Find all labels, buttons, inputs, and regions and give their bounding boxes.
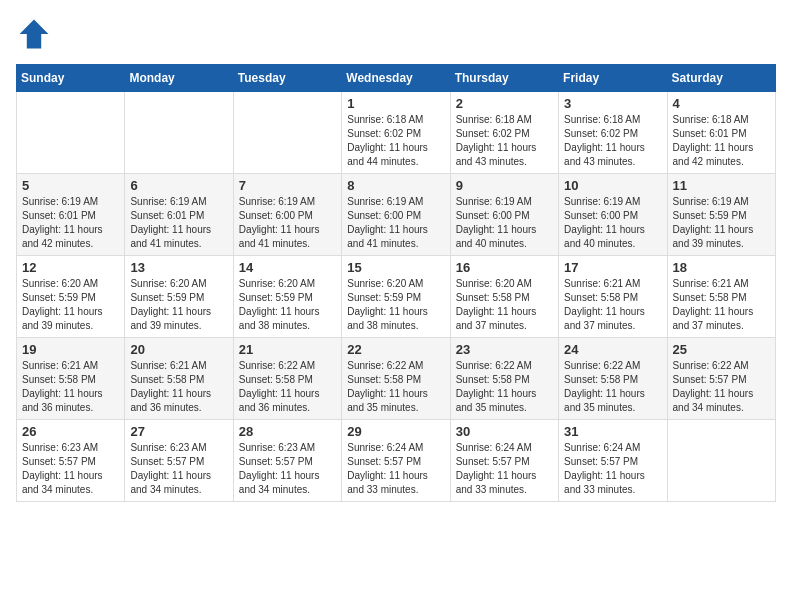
calendar-cell: 19Sunrise: 6:21 AM Sunset: 5:58 PM Dayli…: [17, 338, 125, 420]
calendar-week-2: 5Sunrise: 6:19 AM Sunset: 6:01 PM Daylig…: [17, 174, 776, 256]
calendar-cell: 5Sunrise: 6:19 AM Sunset: 6:01 PM Daylig…: [17, 174, 125, 256]
calendar-cell: 3Sunrise: 6:18 AM Sunset: 6:02 PM Daylig…: [559, 92, 667, 174]
logo: [16, 16, 56, 52]
day-info: Sunrise: 6:20 AM Sunset: 5:59 PM Dayligh…: [130, 277, 227, 333]
calendar-cell: 23Sunrise: 6:22 AM Sunset: 5:58 PM Dayli…: [450, 338, 558, 420]
day-number: 3: [564, 96, 661, 111]
calendar-cell: 15Sunrise: 6:20 AM Sunset: 5:59 PM Dayli…: [342, 256, 450, 338]
day-info: Sunrise: 6:22 AM Sunset: 5:57 PM Dayligh…: [673, 359, 770, 415]
day-number: 28: [239, 424, 336, 439]
weekday-header-tuesday: Tuesday: [233, 65, 341, 92]
day-number: 10: [564, 178, 661, 193]
day-info: Sunrise: 6:18 AM Sunset: 6:02 PM Dayligh…: [564, 113, 661, 169]
day-number: 26: [22, 424, 119, 439]
day-info: Sunrise: 6:22 AM Sunset: 5:58 PM Dayligh…: [564, 359, 661, 415]
calendar-cell: 11Sunrise: 6:19 AM Sunset: 5:59 PM Dayli…: [667, 174, 775, 256]
day-number: 7: [239, 178, 336, 193]
day-info: Sunrise: 6:18 AM Sunset: 6:02 PM Dayligh…: [347, 113, 444, 169]
day-number: 24: [564, 342, 661, 357]
calendar-cell: 29Sunrise: 6:24 AM Sunset: 5:57 PM Dayli…: [342, 420, 450, 502]
day-number: 22: [347, 342, 444, 357]
day-info: Sunrise: 6:19 AM Sunset: 5:59 PM Dayligh…: [673, 195, 770, 251]
day-number: 19: [22, 342, 119, 357]
day-info: Sunrise: 6:24 AM Sunset: 5:57 PM Dayligh…: [564, 441, 661, 497]
day-info: Sunrise: 6:19 AM Sunset: 6:00 PM Dayligh…: [347, 195, 444, 251]
day-info: Sunrise: 6:23 AM Sunset: 5:57 PM Dayligh…: [239, 441, 336, 497]
day-number: 15: [347, 260, 444, 275]
day-info: Sunrise: 6:21 AM Sunset: 5:58 PM Dayligh…: [130, 359, 227, 415]
day-info: Sunrise: 6:22 AM Sunset: 5:58 PM Dayligh…: [347, 359, 444, 415]
day-number: 29: [347, 424, 444, 439]
calendar-cell: 7Sunrise: 6:19 AM Sunset: 6:00 PM Daylig…: [233, 174, 341, 256]
day-number: 18: [673, 260, 770, 275]
weekday-header-monday: Monday: [125, 65, 233, 92]
calendar-cell: 24Sunrise: 6:22 AM Sunset: 5:58 PM Dayli…: [559, 338, 667, 420]
calendar-cell: 22Sunrise: 6:22 AM Sunset: 5:58 PM Dayli…: [342, 338, 450, 420]
calendar-cell: [667, 420, 775, 502]
weekday-header-wednesday: Wednesday: [342, 65, 450, 92]
weekday-header-thursday: Thursday: [450, 65, 558, 92]
day-number: 14: [239, 260, 336, 275]
calendar-cell: [17, 92, 125, 174]
day-info: Sunrise: 6:18 AM Sunset: 6:02 PM Dayligh…: [456, 113, 553, 169]
day-info: Sunrise: 6:21 AM Sunset: 5:58 PM Dayligh…: [22, 359, 119, 415]
calendar-cell: 27Sunrise: 6:23 AM Sunset: 5:57 PM Dayli…: [125, 420, 233, 502]
day-number: 1: [347, 96, 444, 111]
calendar-cell: 17Sunrise: 6:21 AM Sunset: 5:58 PM Dayli…: [559, 256, 667, 338]
day-info: Sunrise: 6:23 AM Sunset: 5:57 PM Dayligh…: [130, 441, 227, 497]
day-number: 30: [456, 424, 553, 439]
calendar-cell: 6Sunrise: 6:19 AM Sunset: 6:01 PM Daylig…: [125, 174, 233, 256]
calendar-cell: 18Sunrise: 6:21 AM Sunset: 5:58 PM Dayli…: [667, 256, 775, 338]
day-number: 6: [130, 178, 227, 193]
weekday-header-friday: Friday: [559, 65, 667, 92]
day-number: 16: [456, 260, 553, 275]
weekday-header-saturday: Saturday: [667, 65, 775, 92]
day-info: Sunrise: 6:19 AM Sunset: 6:00 PM Dayligh…: [239, 195, 336, 251]
calendar-cell: 8Sunrise: 6:19 AM Sunset: 6:00 PM Daylig…: [342, 174, 450, 256]
day-number: 4: [673, 96, 770, 111]
day-number: 12: [22, 260, 119, 275]
calendar-cell: 16Sunrise: 6:20 AM Sunset: 5:58 PM Dayli…: [450, 256, 558, 338]
day-number: 20: [130, 342, 227, 357]
day-info: Sunrise: 6:20 AM Sunset: 5:59 PM Dayligh…: [22, 277, 119, 333]
calendar-cell: [125, 92, 233, 174]
day-number: 25: [673, 342, 770, 357]
day-info: Sunrise: 6:19 AM Sunset: 6:01 PM Dayligh…: [130, 195, 227, 251]
day-info: Sunrise: 6:19 AM Sunset: 6:00 PM Dayligh…: [564, 195, 661, 251]
day-number: 31: [564, 424, 661, 439]
day-info: Sunrise: 6:19 AM Sunset: 6:01 PM Dayligh…: [22, 195, 119, 251]
day-info: Sunrise: 6:24 AM Sunset: 5:57 PM Dayligh…: [456, 441, 553, 497]
calendar-cell: 26Sunrise: 6:23 AM Sunset: 5:57 PM Dayli…: [17, 420, 125, 502]
day-number: 23: [456, 342, 553, 357]
day-number: 27: [130, 424, 227, 439]
calendar-cell: 30Sunrise: 6:24 AM Sunset: 5:57 PM Dayli…: [450, 420, 558, 502]
svg-marker-0: [20, 20, 49, 49]
calendar-week-1: 1Sunrise: 6:18 AM Sunset: 6:02 PM Daylig…: [17, 92, 776, 174]
calendar-cell: 13Sunrise: 6:20 AM Sunset: 5:59 PM Dayli…: [125, 256, 233, 338]
calendar-table: SundayMondayTuesdayWednesdayThursdayFrid…: [16, 64, 776, 502]
day-number: 5: [22, 178, 119, 193]
day-info: Sunrise: 6:21 AM Sunset: 5:58 PM Dayligh…: [673, 277, 770, 333]
day-info: Sunrise: 6:22 AM Sunset: 5:58 PM Dayligh…: [456, 359, 553, 415]
day-number: 2: [456, 96, 553, 111]
calendar-cell: 9Sunrise: 6:19 AM Sunset: 6:00 PM Daylig…: [450, 174, 558, 256]
calendar-cell: 10Sunrise: 6:19 AM Sunset: 6:00 PM Dayli…: [559, 174, 667, 256]
day-info: Sunrise: 6:20 AM Sunset: 5:59 PM Dayligh…: [239, 277, 336, 333]
day-number: 9: [456, 178, 553, 193]
day-number: 13: [130, 260, 227, 275]
calendar-cell: 1Sunrise: 6:18 AM Sunset: 6:02 PM Daylig…: [342, 92, 450, 174]
day-info: Sunrise: 6:22 AM Sunset: 5:58 PM Dayligh…: [239, 359, 336, 415]
day-info: Sunrise: 6:20 AM Sunset: 5:59 PM Dayligh…: [347, 277, 444, 333]
calendar-cell: [233, 92, 341, 174]
day-info: Sunrise: 6:24 AM Sunset: 5:57 PM Dayligh…: [347, 441, 444, 497]
day-number: 17: [564, 260, 661, 275]
calendar-cell: 21Sunrise: 6:22 AM Sunset: 5:58 PM Dayli…: [233, 338, 341, 420]
calendar-cell: 28Sunrise: 6:23 AM Sunset: 5:57 PM Dayli…: [233, 420, 341, 502]
day-info: Sunrise: 6:21 AM Sunset: 5:58 PM Dayligh…: [564, 277, 661, 333]
calendar-cell: 31Sunrise: 6:24 AM Sunset: 5:57 PM Dayli…: [559, 420, 667, 502]
page-header: [16, 16, 776, 52]
calendar-cell: 4Sunrise: 6:18 AM Sunset: 6:01 PM Daylig…: [667, 92, 775, 174]
day-number: 8: [347, 178, 444, 193]
calendar-cell: 25Sunrise: 6:22 AM Sunset: 5:57 PM Dayli…: [667, 338, 775, 420]
day-number: 21: [239, 342, 336, 357]
